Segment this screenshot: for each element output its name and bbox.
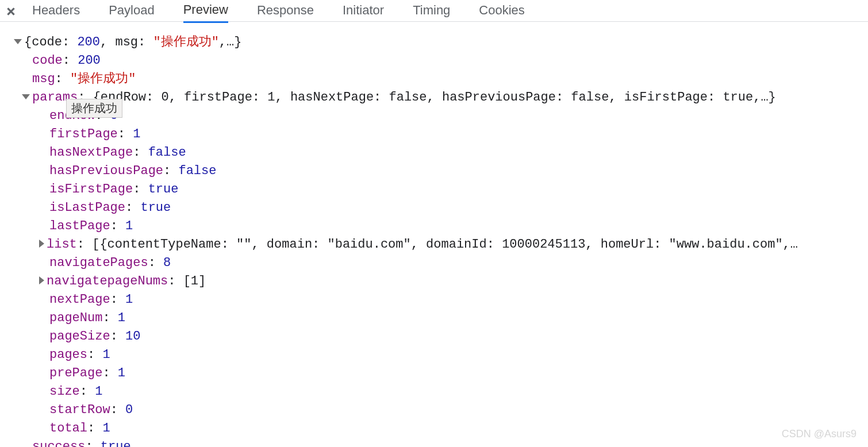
kv-pages[interactable]: pages: 1 [3, 346, 865, 364]
kv-pageNum[interactable]: pageNum: 1 [3, 309, 865, 327]
tab-headers[interactable]: Headers [32, 0, 80, 22]
watermark: CSDN @Asurs9 [782, 428, 857, 440]
kv-pageSize[interactable]: pageSize: 10 [3, 327, 865, 346]
kv-startRow[interactable]: startRow: 0 [3, 401, 865, 419]
kv-code[interactable]: code: 200 [3, 52, 865, 70]
tab-timing[interactable]: Timing [413, 0, 450, 22]
tab-cookies[interactable]: Cookies [479, 0, 524, 22]
kv-success[interactable]: success: true [3, 438, 865, 447]
kv-isFirstPage[interactable]: isFirstPage: true [3, 180, 865, 199]
kv-msg[interactable]: msg: "操作成功" [3, 70, 865, 88]
close-icon[interactable] [7, 7, 15, 16]
chevron-down-icon[interactable] [22, 94, 30, 99]
tab-payload[interactable]: Payload [109, 0, 155, 22]
preview-pane: {code: 200, msg: "操作成功",…} code: 200 msg… [0, 22, 868, 447]
kv-prePage[interactable]: prePage: 1 [3, 364, 865, 383]
tab-preview[interactable]: Preview [183, 0, 228, 23]
kv-firstPage[interactable]: firstPage: 1 [3, 125, 865, 144]
kv-navigatepageNums[interactable]: navigatepageNums: [1] [3, 272, 865, 291]
kv-endRow[interactable]: endRow: 0 [3, 107, 865, 125]
hover-tooltip: 操作成功 [66, 99, 122, 118]
kv-hasPreviousPage[interactable]: hasPreviousPage: false [3, 162, 865, 180]
tab-initiator[interactable]: Initiator [343, 0, 384, 22]
kv-params[interactable]: params: {endRow: 0, firstPage: 1, hasNex… [3, 88, 865, 107]
kv-list[interactable]: list: [{contentTypeName: "", domain: "ba… [3, 236, 865, 254]
chevron-right-icon[interactable] [39, 276, 44, 284]
devtools-tabs: Headers Payload Preview Response Initiat… [0, 0, 868, 22]
kv-hasNextPage[interactable]: hasNextPage: false [3, 144, 865, 162]
kv-nextPage[interactable]: nextPage: 1 [3, 291, 865, 309]
kv-lastPage[interactable]: lastPage: 1 [3, 217, 865, 236]
root-object[interactable]: {code: 200, msg: "操作成功",…} [3, 33, 865, 52]
kv-isLastPage[interactable]: isLastPage: true [3, 199, 865, 217]
kv-total[interactable]: total: 1 [3, 419, 865, 438]
kv-navigatePages[interactable]: navigatePages: 8 [3, 254, 865, 272]
chevron-right-icon[interactable] [39, 240, 44, 248]
chevron-down-icon[interactable] [14, 39, 22, 44]
kv-size[interactable]: size: 1 [3, 383, 865, 401]
tab-response[interactable]: Response [257, 0, 314, 22]
